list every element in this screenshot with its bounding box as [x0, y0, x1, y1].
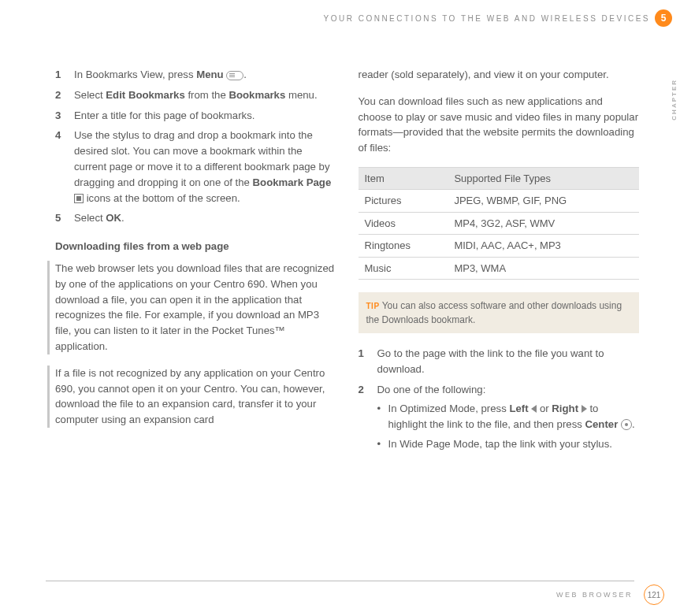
bookmark-page-icon [74, 194, 84, 203]
step-2: Do one of the following: In Optimized Mo… [359, 382, 640, 452]
paragraph-download-unrecognized: If a file is not recognized by any appli… [47, 366, 336, 428]
cell: JPEG, WBMP, GIF, PNG [448, 190, 639, 213]
sub-bullets: In Optimized Mode, press Left or Right t… [377, 401, 640, 452]
right-column: reader (sold separately), and view it on… [359, 67, 640, 561]
cell: Music [359, 257, 448, 280]
bold: OK [106, 212, 121, 224]
text: In Optimized Mode, press [388, 403, 510, 414]
cell: MP3, WMA [448, 257, 639, 280]
tip-label: TIP [366, 302, 380, 310]
bold: Bookmark Page [253, 176, 332, 188]
footer-rule [46, 581, 634, 581]
paragraph-reader-continuation: reader (sold separately), and view it on… [359, 67, 640, 83]
step-5: Select OK. [55, 210, 336, 226]
chapter-number-badge: 5 [655, 9, 672, 27]
step-2: Select Edit Bookmarks from the Bookmarks… [55, 87, 336, 103]
table-row: Videos MP4, 3G2, ASF, WMV [359, 212, 640, 235]
supported-file-types-table: Item Supported File Types Pictures JPEG,… [359, 167, 640, 280]
text: . [632, 418, 635, 430]
bold: Menu [196, 69, 223, 80]
footer-section-label: WEB BROWSER [556, 591, 633, 599]
subheading-downloading: Downloading files from a web page [55, 239, 336, 254]
text: menu. [285, 89, 317, 101]
tip-box: TIP You can also access software and oth… [359, 292, 640, 333]
page-content: In Bookmarks View, press Menu . Select E… [55, 67, 639, 561]
bold: Edit Bookmarks [106, 89, 184, 101]
chapter-label: CHAPTER [671, 79, 678, 121]
text: Select [74, 89, 106, 101]
cell: Videos [359, 212, 448, 235]
left-column: In Bookmarks View, press Menu . Select E… [55, 67, 336, 561]
text: In Bookmarks View, press [74, 69, 196, 80]
col-types: Supported File Types [448, 167, 639, 190]
running-header: YOUR CONNECTIONS TO THE WEB AND WIRELESS… [0, 14, 650, 23]
steps-download: Go to the page with the link to the file… [359, 346, 640, 452]
paragraph-download-intro: The web browser lets you download files … [47, 261, 336, 354]
bullet-optimized-mode: In Optimized Mode, press Left or Right t… [377, 401, 640, 432]
bullet-wide-page-mode: In Wide Page Mode, tap the link with you… [377, 436, 640, 452]
page-number-badge: 121 [644, 584, 664, 605]
table-row: Pictures JPEG, WBMP, GIF, PNG [359, 190, 640, 213]
step-1: Go to the page with the link to the file… [359, 346, 640, 377]
bold: Bookmarks [229, 89, 285, 101]
table-row: Ringtones MIDI, AAC, AAC+, MP3 [359, 235, 640, 258]
text: from the [185, 89, 229, 101]
text: . [243, 69, 247, 80]
cell: MIDI, AAC, AAC+, MP3 [448, 235, 639, 258]
menu-icon [226, 71, 243, 80]
paragraph-download-formats: You can download files such as new appli… [359, 94, 640, 156]
col-item: Item [359, 167, 448, 190]
center-button-icon [621, 419, 632, 430]
table-row: Music MP3, WMA [359, 257, 640, 280]
cell: MP4, 3G2, ASF, WMV [448, 212, 639, 235]
step-3: Enter a title for this page of bookmarks… [55, 108, 336, 124]
text: Do one of the following: [377, 384, 486, 395]
steps-edit-bookmarks: In Bookmarks View, press Menu . Select E… [55, 67, 336, 226]
text: icons at the bottom of the screen. [84, 192, 240, 204]
cell: Ringtones [359, 235, 448, 258]
text: Select [74, 212, 106, 224]
bold: Left [509, 403, 528, 414]
tip-text: You can also access software and other d… [366, 300, 622, 325]
bold: Center [585, 418, 619, 430]
bold: Right [552, 403, 578, 414]
right-arrow-icon [582, 405, 587, 413]
table-header-row: Item Supported File Types [359, 167, 640, 190]
cell: Pictures [359, 190, 448, 213]
step-1: In Bookmarks View, press Menu . [55, 67, 336, 83]
step-4: Use the stylus to drag and drop a bookma… [55, 128, 336, 206]
text: . [121, 212, 124, 224]
text: or [537, 403, 552, 414]
